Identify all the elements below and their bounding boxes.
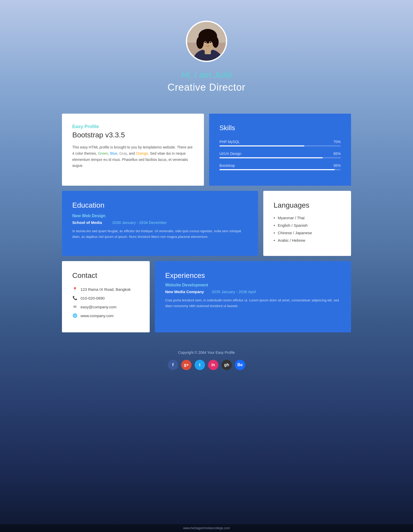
svg-point-12 (210, 42, 211, 43)
education-title: Education (72, 201, 248, 209)
bottom-bar: www.heritagechristiancollege.com (0, 524, 413, 532)
bottom-bar-url: www.heritagechristiancollege.com (183, 526, 230, 530)
svg-point-11 (204, 42, 206, 43)
experiences-title: Experiences (165, 271, 341, 280)
behance-icon[interactable]: Be (235, 360, 245, 370)
language-item-3: Arabic / Hebrew (274, 238, 341, 242)
languages-title: Languages (274, 201, 341, 209)
skill-php-bar-bg (219, 145, 341, 146)
skill-ui-percent: 85% (333, 152, 341, 156)
google-plus-icon[interactable]: g+ (181, 360, 192, 370)
profile-card: Easy Profile Bootstrap v3.3.5 This easy … (62, 114, 204, 186)
contact-website-text: www.company.com (81, 314, 114, 318)
skills-title: Skills (219, 124, 341, 132)
contact-email-text: easy@company.com (81, 305, 116, 309)
experiences-company: New Media Company (165, 290, 204, 294)
contact-title: Contact (72, 271, 139, 280)
contact-address: 📍 123 Rama IX Road, Bangkok (72, 287, 139, 292)
row-1: Easy Profile Bootstrap v3.3.5 This easy … (62, 114, 351, 186)
row-3: Contact 📍 123 Rama IX Road, Bangkok 📞 01… (62, 261, 351, 332)
education-school-row: School of Media 2030 January - 2034 Dece… (72, 220, 248, 225)
contact-card: Contact 📍 123 Rama IX Road, Bangkok 📞 01… (62, 261, 150, 332)
experiences-card: Experiences Website Development New Medi… (155, 261, 351, 332)
skill-ui-bar-fill (219, 157, 323, 158)
language-item-1: English / Spanish (274, 223, 341, 228)
skill-bootstrap-bar-bg (219, 169, 341, 170)
footer: Copyright © 2084 Your Easy Profile f g+ … (0, 338, 413, 380)
language-item-0: Myanmar / Thai (274, 216, 341, 220)
skill-bootstrap-bar-fill (219, 169, 335, 170)
github-icon[interactable]: gh (221, 360, 232, 370)
contact-phone-text: 010-020-0890 (81, 296, 105, 300)
experiences-description: Cras porta tincidunt sem, in sollicitudi… (165, 298, 341, 309)
education-school-label: New Web Design (72, 214, 248, 218)
education-card: Education New Web Design School of Media… (62, 191, 258, 256)
instagram-icon[interactable]: in (208, 360, 218, 370)
skill-ui: UI/UX Design 85% (219, 152, 341, 158)
footer-copyright: Copyright © 2084 Your Easy Profile (0, 350, 413, 355)
experiences-company-row: New Media Company 2035 January - 2036 Ap… (165, 290, 341, 294)
color-gray-link[interactable]: Gray (119, 151, 127, 155)
phone-icon: 📞 (72, 296, 77, 300)
twitter-icon[interactable]: t (195, 360, 205, 370)
skill-bootstrap: Bootstrap 95% (219, 163, 341, 170)
svg-point-8 (212, 36, 219, 48)
color-orange-link[interactable]: Orange (136, 151, 148, 155)
avatar (186, 21, 227, 62)
globe-icon: 🌐 (72, 313, 77, 318)
contact-address-text: 123 Rama IX Road, Bangkok (81, 287, 131, 292)
languages-list: Myanmar / Thai English / Spanish Chinese… (274, 216, 341, 242)
skill-php-percent: 70% (333, 140, 341, 144)
skills-card: Skills PHP MySQL 70% UI/UX Design 85% (209, 114, 351, 186)
experiences-date: 2035 January - 2036 April (212, 290, 256, 294)
skill-php-bar-fill (219, 145, 304, 146)
facebook-icon[interactable]: f (168, 360, 178, 370)
profile-card-text: This easy HTML profile is brought to you… (72, 144, 194, 169)
skill-ui-bar-bg (219, 157, 341, 158)
education-date: 2030 January - 2034 December (112, 220, 167, 225)
contact-phone: 📞 010-020-0890 (72, 296, 139, 300)
skill-php-label: PHP MySQL (219, 140, 240, 144)
language-item-2: Chinese / Japanese (274, 231, 341, 235)
education-description: In lacinia leo sed quam feugiat, ac effi… (72, 228, 248, 240)
location-icon: 📍 (72, 287, 77, 292)
experiences-role-label: Website Development (165, 283, 341, 287)
hero-greeting: Hi, I am Julia (181, 70, 232, 80)
color-blue-link[interactable]: Blue (110, 151, 117, 155)
profile-card-subtitle: Bootstrap v3.3.5 (72, 131, 194, 139)
hero-title: Creative Director (168, 82, 245, 93)
skill-bootstrap-percent: 95% (333, 163, 341, 168)
color-green-link[interactable]: Green (98, 151, 108, 155)
contact-website: 🌐 www.company.com (72, 313, 139, 318)
social-icons: f g+ t in gh Be (0, 360, 413, 370)
skill-php: PHP MySQL 70% (219, 140, 341, 146)
row-2: Education New Web Design School of Media… (62, 191, 351, 256)
languages-card: Languages Myanmar / Thai English / Spani… (263, 191, 351, 256)
skill-bootstrap-label: Bootstrap (219, 163, 235, 168)
hero-section: Hi, I am Julia Creative Director (0, 0, 413, 108)
contact-email: ✉ easy@company.com (72, 304, 139, 309)
email-icon: ✉ (72, 304, 77, 309)
profile-card-label: Easy Profile (72, 124, 194, 129)
svg-point-7 (196, 36, 204, 49)
education-school-name: School of Media (72, 220, 102, 225)
skill-ui-label: UI/UX Design (219, 152, 241, 156)
main-content: Easy Profile Bootstrap v3.3.5 This easy … (52, 114, 361, 332)
